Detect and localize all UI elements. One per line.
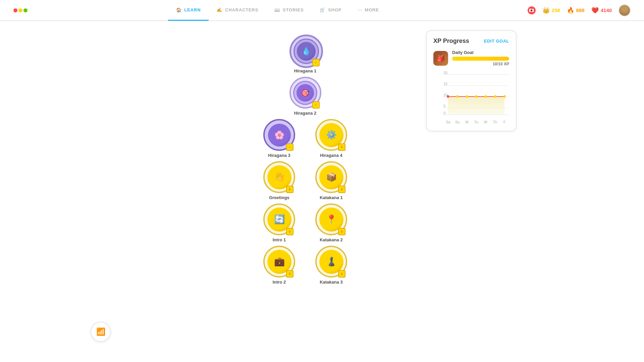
hiragana1-label: Hiragana 1 xyxy=(294,68,316,73)
chart-days: Sa Su M Tu W Th F xyxy=(433,120,509,124)
streak-flag: 🇯🇵 xyxy=(528,6,536,14)
node-row-1: 💧 ✓ Hiragana 1 xyxy=(289,35,321,73)
nav-item-shop[interactable]: 🛒 SHOP xyxy=(312,0,350,21)
chart-area-fill xyxy=(448,97,505,115)
learn-icon: 🏠 xyxy=(176,7,182,12)
nav-right: 🇯🇵 👑 258 🔥 888 ❤️ 4140 xyxy=(528,4,631,16)
greetings-badge xyxy=(286,186,293,193)
katakana1-circle: 📦 xyxy=(315,161,347,193)
course-map: 💧 ✓ Hiragana 1 🎯 xyxy=(263,35,347,349)
hiragana2-inner: 🎯 xyxy=(297,84,314,102)
gems-value: 888 xyxy=(576,7,585,13)
greetings-circle: 👋 xyxy=(263,161,295,193)
katakana2-label: Katakana 2 xyxy=(320,237,343,242)
logo[interactable] xyxy=(13,8,28,12)
lesson-hiragana3[interactable]: 🌸 ✓ Hiragana 3 xyxy=(263,119,295,158)
daily-goal-label: Daily Goal xyxy=(452,50,509,55)
chart-dot-w xyxy=(485,95,487,98)
lesson-intro2[interactable]: 💼 Intro 2 xyxy=(263,246,295,285)
node-row-2: 🎯 ✓ Hiragana 2 xyxy=(289,77,321,116)
chart-dot-tu xyxy=(475,95,478,98)
chart-day-su: Su xyxy=(453,120,462,124)
gems-stat: 🔥 888 xyxy=(567,7,585,14)
hiragana3-inner: 🌸 xyxy=(268,124,291,146)
shop-icon: 🛒 xyxy=(320,7,325,12)
nav-item-stories[interactable]: 📖 STORIES xyxy=(266,0,312,21)
hiragana2-badge: ✓ xyxy=(312,101,320,109)
chart-area: 20 15 10 5 0 xyxy=(433,71,509,124)
katakana3-label: Katakana 3 xyxy=(320,280,343,285)
lesson-katakana3[interactable]: ♟️ Katakana 3 xyxy=(315,246,347,285)
chart-day-m: M xyxy=(462,120,472,124)
intro1-circle: 🔄 xyxy=(263,203,295,235)
lesson-greetings[interactable]: 👋 Greetings xyxy=(263,161,295,200)
katakana1-badge xyxy=(338,186,345,193)
nav-label-learn: LEARN xyxy=(184,7,201,12)
intro2-circle: 💼 xyxy=(263,246,295,278)
nav-label-shop: SHOP xyxy=(328,7,341,12)
hiragana4-badge xyxy=(338,143,345,151)
katakana2-badge xyxy=(338,228,345,235)
heart-icon: ❤️ xyxy=(591,7,599,14)
more-icon: ··· xyxy=(358,7,362,12)
intro2-label: Intro 2 xyxy=(273,280,286,285)
streak-stat: 👑 258 xyxy=(542,7,560,14)
xp-header: XP Progress EDIT GOAL xyxy=(433,38,509,45)
chart-day-th: Th xyxy=(490,120,500,124)
hiragana1-badge: ✓ xyxy=(312,59,320,66)
nav-left xyxy=(13,8,28,12)
characters-icon: ✍ xyxy=(217,7,222,12)
intro1-badge xyxy=(286,228,293,235)
nav-label-stories: STORIES xyxy=(283,7,304,12)
nav-center: 🏠 LEARN ✍ CHARACTERS 📖 STORIES 🛒 SHOP ··… xyxy=(168,0,387,21)
chart-svg xyxy=(443,71,509,118)
lesson-hiragana1[interactable]: 💧 ✓ Hiragana 1 xyxy=(289,35,321,73)
navbar: 🏠 LEARN ✍ CHARACTERS 📖 STORIES 🛒 SHOP ··… xyxy=(0,0,644,21)
daily-goal-info: Daily Goal 10/10 XP xyxy=(452,50,509,66)
katakana3-circle: ♟️ xyxy=(315,246,347,278)
xp-title: XP Progress xyxy=(433,38,469,45)
chart-dot-th xyxy=(494,95,496,98)
chart-dot-sa xyxy=(447,95,449,98)
nav-item-characters[interactable]: ✍ CHARACTERS xyxy=(209,0,266,21)
chart-dot-su xyxy=(456,95,459,98)
xp-value-display: 10/10 XP xyxy=(452,62,509,66)
lesson-katakana1[interactable]: 📦 Katakana 1 xyxy=(315,161,347,200)
nav-item-more[interactable]: ··· MORE xyxy=(350,0,387,21)
hearts-value: 4140 xyxy=(601,7,612,13)
avatar[interactable] xyxy=(619,4,631,16)
greetings-label: Greetings xyxy=(269,195,289,200)
intro2-badge xyxy=(286,270,293,278)
katakana1-label: Katakana 1 xyxy=(320,195,343,200)
stories-icon: 📖 xyxy=(274,7,280,12)
nav-item-learn[interactable]: 🏠 LEARN xyxy=(168,0,209,21)
chart-grid: 20 15 10 5 0 xyxy=(433,71,509,118)
logo-dot-yellow xyxy=(18,8,22,12)
crown-icon: 👑 xyxy=(542,7,550,14)
lesson-intro1[interactable]: 🔄 Intro 1 xyxy=(263,203,295,242)
hiragana1-inner: 💧 xyxy=(297,42,316,61)
main-content: 💧 ✓ Hiragana 1 🎯 xyxy=(0,21,644,362)
hiragana1-circle: 💧 ✓ xyxy=(289,35,321,66)
node-row-3: 🌸 ✓ Hiragana 3 ⚙️ Hiragana 4 xyxy=(263,119,347,158)
chart-dot-f xyxy=(503,95,506,98)
chart-day-tu: Tu xyxy=(472,120,481,124)
progress-bar-container xyxy=(452,57,509,61)
lesson-hiragana2[interactable]: 🎯 ✓ Hiragana 2 xyxy=(289,77,321,116)
progress-bar-fill xyxy=(452,57,509,61)
lesson-hiragana4[interactable]: ⚙️ Hiragana 4 xyxy=(315,119,347,158)
hiragana2-circle: 🎯 ✓ xyxy=(289,77,321,109)
chart-dot-m xyxy=(466,95,468,98)
hiragana3-label: Hiragana 3 xyxy=(268,153,290,158)
nav-label-characters: CHARACTERS xyxy=(225,7,258,12)
fire-icon: 🔥 xyxy=(567,7,574,14)
avatar-image xyxy=(619,5,630,16)
node-row-6: 💼 Intro 2 ♟️ Katakana 3 xyxy=(263,246,347,285)
logo-dot-green xyxy=(23,8,28,12)
lesson-katakana2[interactable]: 📍 Katakana 2 xyxy=(315,203,347,242)
node-row-4: 👋 Greetings 📦 Katakana 1 xyxy=(263,161,347,200)
floating-widget[interactable]: 📶 xyxy=(91,322,111,342)
edit-goal-button[interactable]: EDIT GOAL xyxy=(484,39,509,44)
chart-day-sa: Sa xyxy=(443,120,453,124)
katakana3-badge xyxy=(338,270,345,278)
